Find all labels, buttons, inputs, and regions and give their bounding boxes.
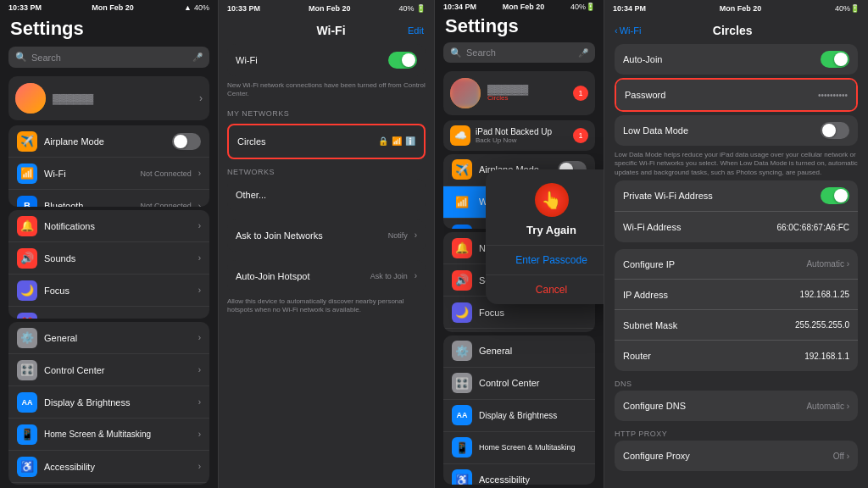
right-homescreen-icon: 📱	[452, 437, 472, 458]
right-mic-icon[interactable]: 🎤	[578, 48, 588, 58]
right-display-icon: AA	[452, 405, 472, 425]
bio-try-again-title: Try Again	[526, 224, 576, 236]
right-general-icon: ⚙️	[452, 341, 472, 361]
right-homescreen-item[interactable]: 📱 Home Screen & Multitasking	[443, 432, 595, 464]
auto-join-chevron: ›	[415, 271, 417, 280]
networks-header: NETWORKS	[219, 163, 434, 179]
enter-passcode-button[interactable]: Enter Passcode	[486, 246, 604, 275]
right-profile[interactable]: ▓▓▓▓▓▓ Circles 1	[443, 71, 595, 115]
right-control-item[interactable]: 🎛️ Control Center	[443, 368, 595, 400]
backup-sub: Back Up Now	[476, 136, 552, 144]
circles-network-box[interactable]: Circles 🔒 📶 ℹ️	[227, 124, 426, 159]
bluetooth-icon: B	[17, 196, 37, 207]
password-item[interactable]: Password ••••••••••	[616, 80, 856, 110]
wifi-nav-header: Wi-Fi Edit	[219, 17, 434, 44]
right-search-placeholder: Search	[466, 47, 496, 58]
auto-join-group: Auto-Join Hotspot Ask to Join ›	[227, 260, 426, 292]
configure-ip-item[interactable]: Configure IP Automatic ›	[615, 249, 858, 280]
control-center-icon: 🎛️	[17, 360, 37, 380]
circles-network-item[interactable]: Circles 🔒 📶 ℹ️	[229, 125, 424, 158]
right-display-item[interactable]: AA Display & Brightness	[443, 400, 595, 432]
ask-join-group: Ask to Join Networks Notify ›	[227, 219, 426, 252]
subnet-mask-label: Subnet Mask	[623, 320, 677, 330]
left-general-item[interactable]: ⚙️ General ›	[8, 322, 209, 354]
wifi-icon: 📶	[17, 164, 37, 184]
auto-join-desc: Allow this device to automatically disco…	[219, 296, 434, 320]
ask-join-chevron: ›	[415, 230, 417, 240]
password-value: ••••••••••	[818, 91, 848, 100]
info-circle-icon[interactable]: ℹ️	[405, 136, 415, 146]
left-profile[interactable]: ▓▓▓▓▓▓ ›	[8, 76, 209, 120]
left-airplane-item[interactable]: ✈️ Airplane Mode	[8, 125, 209, 158]
ip-config-group: Configure IP Automatic › IP Address 192.…	[615, 249, 858, 371]
wifi-toggle-item[interactable]: Wi-Fi	[227, 44, 426, 76]
left-accessibility-item[interactable]: ♿ Accessibility ›	[8, 451, 209, 483]
mic-icon[interactable]: 🎤	[192, 53, 203, 62]
configure-proxy-label: Configure Proxy	[623, 451, 690, 461]
left-screentime-item[interactable]: ⏰ Screen Time ›	[8, 307, 209, 319]
left-wifi-item[interactable]: 📶 Wi-Fi Not Connected ›	[8, 158, 209, 190]
configure-ip-value: Automatic ›	[806, 259, 849, 269]
left-time: 10:33 PM	[8, 3, 42, 12]
low-data-toggle[interactable]	[821, 122, 849, 139]
low-data-item[interactable]: Low Data Mode	[615, 115, 858, 146]
configure-proxy-item[interactable]: Configure Proxy Off ›	[615, 441, 858, 471]
left-display-item[interactable]: AA Display & Brightness ›	[8, 386, 209, 419]
back-to-wifi-button[interactable]: ‹ Wi-Fi	[615, 25, 641, 36]
auto-join-detail-toggle[interactable]	[821, 51, 849, 68]
right-avatar	[450, 78, 481, 108]
left-homescreen-item[interactable]: 📱 Home Screen & Multitasking ›	[8, 419, 209, 451]
password-box[interactable]: Password ••••••••••	[615, 78, 858, 112]
wifi-label: Wi-Fi	[44, 169, 134, 179]
auto-join-detail-item[interactable]: Auto-Join	[615, 44, 858, 75]
circles-nav-header: ‹ Wi-Fi Circles	[604, 17, 868, 44]
auto-join-item[interactable]: Auto-Join Hotspot Ask to Join ›	[227, 260, 426, 292]
ask-join-item[interactable]: Ask to Join Networks Notify ›	[227, 219, 426, 252]
left-settings-title: Settings	[10, 18, 208, 40]
wifi-address-label: Wi-Fi Address	[623, 222, 681, 232]
left-focus-item[interactable]: 🌙 Focus ›	[8, 274, 209, 307]
left-bluetooth-item[interactable]: B Bluetooth Not Connected ›	[8, 190, 209, 207]
configure-ip-label: Configure IP	[623, 259, 675, 269]
router-value: 192.168.1.1	[804, 352, 849, 361]
left-avatar	[15, 83, 46, 114]
ipad-backup-notification[interactable]: ☁️ iPad Not Backed Up Back Up Now 1	[443, 120, 595, 151]
wifi-main-toggle[interactable]	[388, 52, 417, 69]
other-network-item[interactable]: Other...	[227, 179, 426, 211]
airplane-toggle[interactable]	[172, 133, 201, 150]
left-control-center-item[interactable]: 🎛️ Control Center ›	[8, 354, 209, 386]
wifi-status-icons: 40% 🔋	[398, 4, 426, 13]
cancel-button[interactable]: Cancel	[486, 275, 604, 304]
focus-icon: 🌙	[17, 280, 37, 301]
left-search-bar[interactable]: 🔍 Search 🎤	[8, 47, 209, 68]
right-bluetooth-icon: B	[452, 225, 472, 229]
sounds-label: Sounds	[44, 253, 192, 263]
http-proxy-section-header: HTTP PROXY	[604, 424, 868, 441]
configure-dns-label: Configure DNS	[623, 401, 686, 411]
wifi-notice-text: New Wi-Fi network connections have been …	[219, 80, 434, 104]
circles-panel-title: Circles	[641, 24, 824, 37]
right-focus-label: Focus	[479, 308, 587, 318]
general-chevron: ›	[198, 333, 201, 342]
airplane-label: Airplane Mode	[44, 136, 165, 147]
right-accessibility-item[interactable]: ♿ Accessibility	[443, 464, 595, 485]
configure-dns-item[interactable]: Configure DNS Automatic ›	[615, 391, 858, 421]
wifi-edit-button[interactable]: Edit	[408, 25, 424, 36]
backup-info: iPad Not Backed Up Back Up Now	[476, 127, 552, 144]
right-settings-title: Settings	[445, 15, 593, 37]
left-sounds-item[interactable]: 🔊 Sounds ›	[8, 242, 209, 274]
right-general-item[interactable]: ⚙️ General	[443, 336, 595, 368]
right-search-bar[interactable]: 🔍 Search 🎤	[443, 42, 595, 62]
left-wallpaper-item[interactable]: 🖼️ Wallpaper ›	[8, 483, 209, 485]
wifi-bars-icon: 📶	[392, 136, 402, 146]
left-notifications-item[interactable]: 🔔 Notifications ›	[8, 210, 209, 242]
private-wifi-group: Private Wi-Fi Address Wi-Fi Address 66:0…	[615, 180, 858, 242]
circles-status-icons: 40%🔋	[835, 4, 860, 13]
private-wifi-item[interactable]: Private Wi-Fi Address	[615, 180, 858, 212]
private-wifi-toggle[interactable]	[821, 187, 849, 204]
notifications-icon: 🔔	[17, 216, 37, 236]
right-search-icon: 🔍	[450, 47, 462, 58]
homescreen-chevron: ›	[198, 430, 201, 439]
circles-detail-panel: 10:34 PM Mon Feb 20 40%🔋 ‹ Wi-Fi Circles…	[604, 0, 868, 488]
right-screentime-item[interactable]: ⏰ Screen Time	[443, 329, 595, 332]
